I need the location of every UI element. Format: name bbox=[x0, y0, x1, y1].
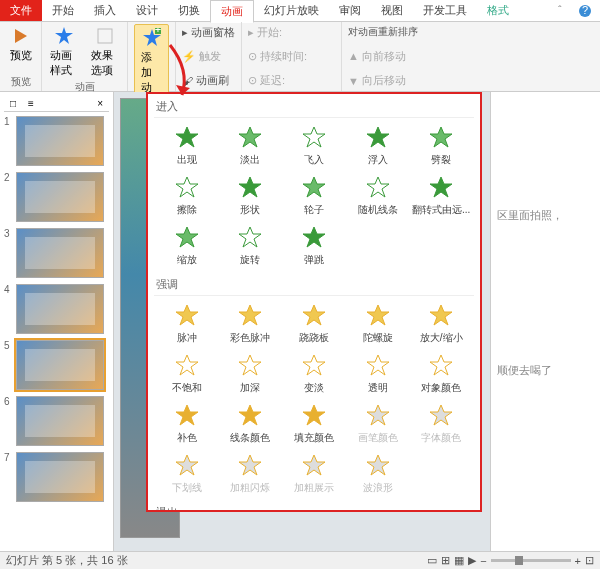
gallery-item[interactable]: 不饱和 bbox=[156, 350, 218, 398]
zoom-out-icon[interactable]: − bbox=[480, 555, 486, 567]
tab-home[interactable]: 开始 bbox=[42, 0, 84, 21]
anim-style-label: 动画样式 bbox=[50, 48, 79, 78]
slide-thumbnail[interactable]: 2 bbox=[4, 172, 109, 222]
tab-review[interactable]: 审阅 bbox=[329, 0, 371, 21]
gallery-item[interactable]: 浮入 bbox=[347, 122, 409, 170]
move-forward-button[interactable]: ▲向前移动 bbox=[348, 48, 436, 65]
gallery-item[interactable]: 劈裂 bbox=[410, 122, 472, 170]
gallery-item[interactable]: 下划线 bbox=[156, 450, 218, 498]
fit-window-icon[interactable]: ⊡ bbox=[585, 554, 594, 567]
trigger-button[interactable]: ⚡触发 bbox=[182, 48, 235, 65]
gallery-item[interactable]: 翻转式由远... bbox=[410, 172, 472, 220]
view-reading-icon[interactable]: ▦ bbox=[454, 554, 464, 567]
gallery-item[interactable]: 缩放 bbox=[156, 222, 218, 270]
help-icon[interactable]: ? bbox=[578, 4, 592, 18]
view-slideshow-icon[interactable]: ▶ bbox=[468, 554, 476, 567]
gallery-item[interactable]: 对象颜色 bbox=[410, 350, 472, 398]
svg-marker-26 bbox=[430, 305, 452, 325]
tab-view[interactable]: 视图 bbox=[371, 0, 413, 21]
gallery-item[interactable]: 补色 bbox=[156, 400, 218, 448]
star-icon bbox=[237, 403, 263, 429]
gallery-item[interactable]: 出现 bbox=[156, 122, 218, 170]
duration-field[interactable]: ⊙持续时间: bbox=[248, 48, 335, 65]
animation-pane-button[interactable]: ▸动画窗格 bbox=[182, 24, 235, 41]
tab-design[interactable]: 设计 bbox=[126, 0, 168, 21]
gallery-item[interactable]: 陀螺旋 bbox=[347, 300, 409, 348]
tab-transitions[interactable]: 切换 bbox=[168, 0, 210, 21]
tab-file[interactable]: 文件 bbox=[0, 0, 42, 21]
gallery-item[interactable]: 旋转 bbox=[220, 222, 282, 270]
slide-thumbnail[interactable]: 6 bbox=[4, 396, 109, 446]
zoom-in-icon[interactable]: + bbox=[575, 555, 581, 567]
star-icon bbox=[237, 125, 263, 151]
gallery-item[interactable]: 擦除 bbox=[156, 172, 218, 220]
gallery-item[interactable]: 彩色脉冲 bbox=[220, 300, 282, 348]
view-sorter-icon[interactable]: ⊞ bbox=[441, 554, 450, 567]
minimize-ribbon-icon[interactable]: ˆ bbox=[558, 4, 572, 18]
svg-marker-19 bbox=[176, 227, 198, 247]
gallery-item[interactable]: 加粗闪烁 bbox=[220, 450, 282, 498]
slide-thumbnail[interactable]: 4 bbox=[4, 284, 109, 334]
star-icon bbox=[365, 453, 391, 479]
preview-button[interactable]: 预览 bbox=[6, 24, 35, 65]
slide-panel: □ ≡ × 1234567 bbox=[0, 92, 114, 551]
svg-marker-3 bbox=[55, 27, 73, 44]
pane-text-2: 顺便去喝了 bbox=[497, 363, 594, 378]
preview-label: 预览 bbox=[10, 48, 32, 63]
star-icon bbox=[174, 303, 200, 329]
gallery-item[interactable]: 透明 bbox=[347, 350, 409, 398]
gallery-item[interactable]: 跷跷板 bbox=[283, 300, 345, 348]
gallery-item[interactable]: 变淡 bbox=[283, 350, 345, 398]
svg-marker-30 bbox=[367, 355, 389, 375]
slide-thumbnail[interactable]: 1 bbox=[4, 116, 109, 166]
gallery-item[interactable]: 飞入 bbox=[283, 122, 345, 170]
gallery-item[interactable]: 线条颜色 bbox=[220, 400, 282, 448]
tab-slideshow[interactable]: 幻灯片放映 bbox=[254, 0, 329, 21]
close-panel-icon[interactable]: × bbox=[91, 96, 109, 111]
svg-marker-14 bbox=[176, 177, 198, 197]
gallery-item[interactable]: 轮子 bbox=[283, 172, 345, 220]
animation-styles-button[interactable]: 动画样式 bbox=[48, 24, 81, 80]
star-icon bbox=[428, 175, 454, 201]
gallery-item[interactable]: 放大/缩小 bbox=[410, 300, 472, 348]
star-icon bbox=[301, 453, 327, 479]
svg-marker-29 bbox=[303, 355, 325, 375]
start-field[interactable]: ▸开始: bbox=[248, 24, 335, 41]
status-bar: 幻灯片 第 5 张，共 16 张 ▭ ⊞ ▦ ▶ − + ⊡ bbox=[0, 551, 600, 569]
tab-animations[interactable]: 动画 bbox=[210, 0, 254, 23]
slides-tab-thumbnails[interactable]: □ bbox=[4, 96, 22, 111]
tab-developer[interactable]: 开发工具 bbox=[413, 0, 477, 21]
slide-thumbnail[interactable]: 7 bbox=[4, 452, 109, 502]
star-icon bbox=[301, 353, 327, 379]
svg-marker-27 bbox=[176, 355, 198, 375]
section-entrance: 进入 bbox=[154, 96, 474, 118]
svg-text:+: + bbox=[154, 28, 160, 35]
gallery-item[interactable]: 淡出 bbox=[220, 122, 282, 170]
gallery-item[interactable]: 形状 bbox=[220, 172, 282, 220]
svg-marker-37 bbox=[176, 455, 198, 475]
delay-field[interactable]: ⊙延迟: bbox=[248, 72, 335, 89]
animation-painter-button[interactable]: 🖌动画刷 bbox=[182, 72, 235, 89]
gallery-item[interactable]: 波浪形 bbox=[347, 450, 409, 498]
view-normal-icon[interactable]: ▭ bbox=[427, 554, 437, 567]
slides-tab-outline[interactable]: ≡ bbox=[22, 96, 40, 111]
slide-thumbnail[interactable]: 5 bbox=[4, 340, 109, 390]
slide-thumbnail[interactable]: 3 bbox=[4, 228, 109, 278]
gallery-item[interactable]: 弹跳 bbox=[283, 222, 345, 270]
zoom-slider[interactable] bbox=[491, 559, 571, 562]
star-icon bbox=[237, 453, 263, 479]
gallery-item[interactable]: 加深 bbox=[220, 350, 282, 398]
move-backward-button[interactable]: ▼向后移动 bbox=[348, 72, 436, 89]
gallery-item[interactable]: 字体颜色 bbox=[410, 400, 472, 448]
effect-options-button[interactable]: 效果选项 bbox=[89, 24, 122, 80]
svg-marker-12 bbox=[367, 127, 389, 147]
gallery-item[interactable]: 填充颜色 bbox=[283, 400, 345, 448]
star-icon bbox=[301, 303, 327, 329]
svg-marker-24 bbox=[303, 305, 325, 325]
gallery-item[interactable]: 加粗展示 bbox=[283, 450, 345, 498]
tab-format[interactable]: 格式 bbox=[477, 0, 519, 21]
gallery-item[interactable]: 随机线条 bbox=[347, 172, 409, 220]
gallery-item[interactable]: 脉冲 bbox=[156, 300, 218, 348]
gallery-item[interactable]: 画笔颜色 bbox=[347, 400, 409, 448]
tab-insert[interactable]: 插入 bbox=[84, 0, 126, 21]
